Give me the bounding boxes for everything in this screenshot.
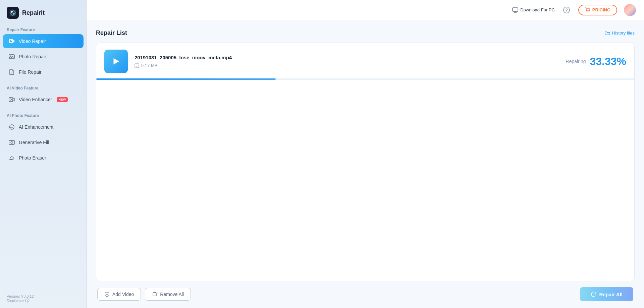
file-info: 20191031_205005_lose_moov_meta.mp4 9.17 … (135, 55, 566, 68)
svg-point-6 (10, 56, 11, 57)
file-thumbnail (104, 50, 128, 73)
photo-eraser-label: Photo Eraser (19, 155, 46, 161)
app-name: Repairit (22, 9, 45, 16)
photo-eraser-icon (8, 154, 15, 162)
video-enhancer-label: Video Enhancer (19, 97, 52, 102)
pricing-btn[interactable]: PRICING (578, 5, 617, 15)
file-repair-label: File Repair (19, 69, 42, 75)
disclaimer-label: Disclaimer (7, 299, 24, 303)
ai-enhancement-icon: AI (8, 123, 15, 131)
repair-list-title: Repair List (96, 29, 127, 37)
download-label: Download For PC (520, 7, 555, 12)
folder-icon (605, 30, 610, 36)
svg-point-14 (11, 141, 13, 143)
new-badge: NEW (57, 97, 68, 102)
add-icon (104, 292, 110, 297)
toolbar: Add Video Remove All Repair A (96, 287, 635, 301)
svg-rect-0 (10, 10, 16, 16)
file-repair-icon (8, 68, 15, 76)
cart-icon (585, 7, 590, 13)
sidebar-item-video-enhancer[interactable]: Video Enhancer NEW (3, 93, 84, 107)
download-for-pc-btn[interactable]: Download For PC (512, 7, 555, 13)
repairing-label: Repairing (566, 59, 586, 64)
header: Download For PC PRICING (87, 0, 644, 20)
svg-point-26 (589, 11, 590, 12)
app-logo: Repairit (0, 0, 86, 25)
history-files-btn[interactable]: History files (605, 30, 635, 36)
sidebar-item-video-repair[interactable]: Video Repair (3, 34, 84, 48)
file-status-area: Repairing 33.33% (566, 55, 626, 68)
history-files-label: History files (612, 30, 635, 36)
photo-repair-label: Photo Repair (19, 54, 46, 59)
svg-point-25 (587, 11, 588, 12)
user-avatar[interactable] (624, 4, 636, 16)
photo-repair-icon (8, 53, 15, 60)
file-size-icon (135, 63, 139, 68)
svg-text:AI: AI (10, 126, 13, 129)
file-size: 9.17 MB (135, 63, 566, 68)
sidebar-item-ai-enhancement[interactable]: AI AI Enhancement (3, 120, 84, 134)
svg-marker-10 (10, 99, 12, 101)
version-text: Version: V3.0.12 (7, 294, 79, 298)
remove-all-button[interactable]: Remove All (145, 288, 191, 301)
svg-rect-5 (9, 55, 14, 59)
repair-icon (591, 291, 597, 297)
svg-rect-9 (9, 98, 13, 102)
content-area: Repair List History files 20191031_20500… (87, 20, 644, 308)
disclaimer-btn[interactable]: Disclaimer i (7, 298, 79, 303)
sidebar-footer: Version: V3.0.12 Disclaimer i (0, 289, 86, 308)
ai-enhancement-label: AI Enhancement (19, 124, 54, 130)
generative-fill-icon (8, 139, 15, 146)
sidebar: Repairit Repair Feature Video Repair Pho… (0, 0, 87, 308)
content-header: Repair List History files (96, 29, 635, 37)
file-item: 20191031_205005_lose_moov_meta.mp4 9.17 … (96, 43, 634, 80)
remove-all-label: Remove All (160, 292, 184, 297)
sidebar-item-photo-eraser[interactable]: Photo Eraser (3, 151, 84, 165)
progress-bar-fill (96, 78, 276, 80)
pricing-label: PRICING (592, 7, 610, 12)
video-enhancer-icon (8, 96, 15, 103)
repair-all-button[interactable]: Repair All (580, 287, 633, 301)
main-area: Download For PC PRICING Repair List (87, 0, 644, 308)
progress-percent: 33.33% (590, 55, 626, 68)
monitor-icon (512, 7, 518, 13)
progress-bar-container (96, 78, 634, 80)
sidebar-item-generative-fill[interactable]: Generative Fill (3, 135, 84, 149)
svg-point-23 (564, 7, 570, 13)
ai-photo-section: AI Photo Feature (0, 111, 86, 119)
repair-all-label: Repair All (599, 292, 623, 297)
repair-list-area: 20191031_205005_lose_moov_meta.mp4 9.17 … (96, 43, 635, 281)
svg-marker-27 (114, 58, 119, 65)
video-repair-icon (8, 38, 15, 45)
svg-rect-35 (153, 293, 156, 296)
play-icon (111, 56, 121, 66)
svg-text:i: i (27, 299, 28, 302)
file-size-value: 9.17 MB (141, 63, 157, 68)
video-repair-label: Video Repair (19, 39, 46, 44)
generative-fill-label: Generative Fill (19, 140, 49, 145)
help-btn[interactable] (561, 5, 572, 15)
svg-point-24 (566, 11, 567, 12)
add-video-button[interactable]: Add Video (97, 288, 141, 301)
add-video-label: Add Video (112, 292, 134, 297)
file-name: 20191031_205005_lose_moov_meta.mp4 (135, 55, 566, 60)
toolbar-left: Add Video Remove All (97, 288, 191, 301)
sidebar-item-file-repair[interactable]: File Repair (3, 65, 84, 79)
svg-rect-20 (513, 8, 518, 11)
trash-icon (152, 292, 157, 297)
logo-icon (7, 7, 19, 19)
sidebar-item-photo-repair[interactable]: Photo Repair (3, 50, 84, 64)
ai-video-section: AI Video Feature (0, 83, 86, 92)
repair-feature-section: Repair Feature (0, 25, 86, 34)
